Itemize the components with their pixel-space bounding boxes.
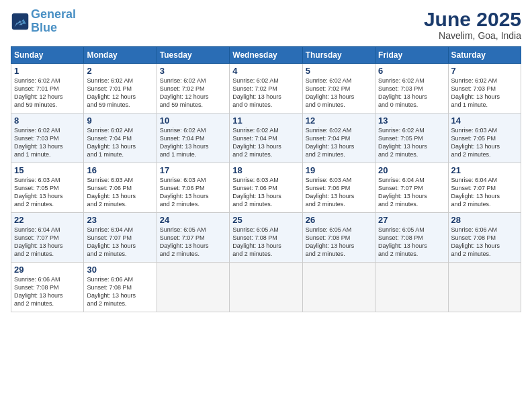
calendar-cell: 26Sunrise: 6:05 AM Sunset: 7:08 PM Dayli… <box>302 213 375 263</box>
calendar-cell: 12Sunrise: 6:02 AM Sunset: 7:04 PM Dayli… <box>302 113 375 163</box>
calendar-cell: 4Sunrise: 6:02 AM Sunset: 7:02 PM Daylig… <box>230 64 302 113</box>
calendar-cell: 21Sunrise: 6:04 AM Sunset: 7:07 PM Dayli… <box>448 163 521 213</box>
calendar-cell: 5Sunrise: 6:02 AM Sunset: 7:02 PM Daylig… <box>302 64 375 113</box>
day-info: Sunrise: 6:05 AM Sunset: 7:08 PM Dayligh… <box>306 226 372 259</box>
day-number: 8 <box>14 116 81 126</box>
day-info: Sunrise: 6:06 AM Sunset: 7:08 PM Dayligh… <box>14 275 81 308</box>
calendar-cell: 20Sunrise: 6:04 AM Sunset: 7:07 PM Dayli… <box>375 163 448 213</box>
day-number: 25 <box>232 215 299 225</box>
day-number: 7 <box>451 66 518 76</box>
weekday-header-thursday: Thursday <box>302 47 375 64</box>
calendar-cell: 11Sunrise: 6:02 AM Sunset: 7:04 PM Dayli… <box>230 113 302 163</box>
day-number: 1 <box>14 66 81 76</box>
day-info: Sunrise: 6:04 AM Sunset: 7:07 PM Dayligh… <box>14 226 81 259</box>
day-info: Sunrise: 6:03 AM Sunset: 7:05 PM Dayligh… <box>451 126 518 159</box>
weekday-header-saturday: Saturday <box>448 47 521 64</box>
calendar-cell: 1Sunrise: 6:02 AM Sunset: 7:01 PM Daylig… <box>11 64 84 113</box>
day-number: 21 <box>451 165 518 175</box>
day-info: Sunrise: 6:02 AM Sunset: 7:02 PM Dayligh… <box>160 77 226 109</box>
calendar-cell: 24Sunrise: 6:05 AM Sunset: 7:07 PM Dayli… <box>157 213 229 263</box>
calendar-cell: 9Sunrise: 6:02 AM Sunset: 7:04 PM Daylig… <box>84 113 157 163</box>
day-number: 17 <box>160 165 226 175</box>
calendar-table: SundayMondayTuesdayWednesdayThursdayFrid… <box>11 46 521 312</box>
day-number: 4 <box>232 66 299 76</box>
logo-text: GeneralBlue <box>31 8 76 35</box>
calendar-cell <box>302 263 375 312</box>
calendar-cell: 6Sunrise: 6:02 AM Sunset: 7:03 PM Daylig… <box>375 64 448 113</box>
location: Navelim, Goa, India <box>424 30 521 41</box>
day-number: 10 <box>160 116 226 126</box>
day-info: Sunrise: 6:06 AM Sunset: 7:08 PM Dayligh… <box>87 275 153 308</box>
day-number: 14 <box>451 116 518 126</box>
calendar-cell: 13Sunrise: 6:02 AM Sunset: 7:05 PM Dayli… <box>375 113 448 163</box>
calendar-cell: 27Sunrise: 6:05 AM Sunset: 7:08 PM Dayli… <box>375 213 448 263</box>
day-info: Sunrise: 6:02 AM Sunset: 7:01 PM Dayligh… <box>14 77 81 109</box>
day-number: 6 <box>378 66 445 76</box>
day-info: Sunrise: 6:02 AM Sunset: 7:03 PM Dayligh… <box>451 77 518 109</box>
logo: GeneralBlue <box>11 8 76 35</box>
day-number: 11 <box>232 116 299 126</box>
day-number: 16 <box>87 165 153 175</box>
weekday-header-wednesday: Wednesday <box>230 47 302 64</box>
day-info: Sunrise: 6:06 AM Sunset: 7:08 PM Dayligh… <box>451 226 518 259</box>
day-info: Sunrise: 6:03 AM Sunset: 7:06 PM Dayligh… <box>306 176 372 209</box>
day-info: Sunrise: 6:05 AM Sunset: 7:08 PM Dayligh… <box>378 226 445 259</box>
day-number: 30 <box>87 265 153 275</box>
calendar-week-row: 8Sunrise: 6:02 AM Sunset: 7:03 PM Daylig… <box>11 113 521 163</box>
calendar-cell: 2Sunrise: 6:02 AM Sunset: 7:01 PM Daylig… <box>84 64 157 113</box>
day-info: Sunrise: 6:02 AM Sunset: 7:01 PM Dayligh… <box>87 77 153 109</box>
day-info: Sunrise: 6:02 AM Sunset: 7:04 PM Dayligh… <box>160 126 226 159</box>
calendar-week-row: 15Sunrise: 6:03 AM Sunset: 7:05 PM Dayli… <box>11 163 521 213</box>
calendar-cell: 15Sunrise: 6:03 AM Sunset: 7:05 PM Dayli… <box>11 163 84 213</box>
calendar-cell <box>230 263 302 312</box>
calendar-cell <box>375 263 448 312</box>
day-info: Sunrise: 6:02 AM Sunset: 7:03 PM Dayligh… <box>14 126 81 159</box>
day-info: Sunrise: 6:04 AM Sunset: 7:07 PM Dayligh… <box>451 176 518 209</box>
title-section: June 2025 Navelim, Goa, India <box>424 8 521 41</box>
day-info: Sunrise: 6:02 AM Sunset: 7:04 PM Dayligh… <box>87 126 153 159</box>
calendar-week-row: 1Sunrise: 6:02 AM Sunset: 7:01 PM Daylig… <box>11 64 521 113</box>
calendar-cell: 28Sunrise: 6:06 AM Sunset: 7:08 PM Dayli… <box>448 213 521 263</box>
day-number: 5 <box>306 66 372 76</box>
day-info: Sunrise: 6:02 AM Sunset: 7:02 PM Dayligh… <box>306 77 372 109</box>
calendar-week-row: 22Sunrise: 6:04 AM Sunset: 7:07 PM Dayli… <box>11 213 521 263</box>
day-info: Sunrise: 6:05 AM Sunset: 7:07 PM Dayligh… <box>160 226 226 259</box>
day-info: Sunrise: 6:03 AM Sunset: 7:06 PM Dayligh… <box>87 176 153 209</box>
day-number: 15 <box>14 165 81 175</box>
weekday-header-row: SundayMondayTuesdayWednesdayThursdayFrid… <box>11 47 521 64</box>
day-info: Sunrise: 6:02 AM Sunset: 7:04 PM Dayligh… <box>306 126 372 159</box>
calendar-week-row: 29Sunrise: 6:06 AM Sunset: 7:08 PM Dayli… <box>11 263 521 312</box>
day-info: Sunrise: 6:02 AM Sunset: 7:02 PM Dayligh… <box>232 77 299 109</box>
calendar-cell: 19Sunrise: 6:03 AM Sunset: 7:06 PM Dayli… <box>302 163 375 213</box>
day-number: 18 <box>232 165 299 175</box>
calendar-cell: 30Sunrise: 6:06 AM Sunset: 7:08 PM Dayli… <box>84 263 157 312</box>
day-number: 20 <box>378 165 445 175</box>
calendar-cell: 16Sunrise: 6:03 AM Sunset: 7:06 PM Dayli… <box>84 163 157 213</box>
weekday-header-monday: Monday <box>84 47 157 64</box>
day-info: Sunrise: 6:04 AM Sunset: 7:07 PM Dayligh… <box>378 176 445 209</box>
day-number: 27 <box>378 215 445 225</box>
weekday-header-sunday: Sunday <box>11 47 84 64</box>
day-number: 23 <box>87 215 153 225</box>
day-info: Sunrise: 6:03 AM Sunset: 7:06 PM Dayligh… <box>160 176 226 209</box>
calendar-cell <box>448 263 521 312</box>
logo-icon <box>11 12 30 31</box>
day-number: 3 <box>160 66 226 76</box>
weekday-header-friday: Friday <box>375 47 448 64</box>
day-info: Sunrise: 6:04 AM Sunset: 7:07 PM Dayligh… <box>87 226 153 259</box>
day-number: 13 <box>378 116 445 126</box>
day-info: Sunrise: 6:02 AM Sunset: 7:03 PM Dayligh… <box>378 77 445 109</box>
day-info: Sunrise: 6:03 AM Sunset: 7:06 PM Dayligh… <box>232 176 299 209</box>
day-number: 29 <box>14 265 81 275</box>
day-number: 28 <box>451 215 518 225</box>
day-info: Sunrise: 6:05 AM Sunset: 7:08 PM Dayligh… <box>232 226 299 259</box>
calendar-cell: 22Sunrise: 6:04 AM Sunset: 7:07 PM Dayli… <box>11 213 84 263</box>
weekday-header-tuesday: Tuesday <box>157 47 229 64</box>
day-number: 26 <box>306 215 372 225</box>
day-info: Sunrise: 6:02 AM Sunset: 7:05 PM Dayligh… <box>378 126 445 159</box>
calendar-cell: 17Sunrise: 6:03 AM Sunset: 7:06 PM Dayli… <box>157 163 229 213</box>
calendar-cell: 23Sunrise: 6:04 AM Sunset: 7:07 PM Dayli… <box>84 213 157 263</box>
calendar-cell <box>157 263 229 312</box>
day-number: 9 <box>87 116 153 126</box>
day-info: Sunrise: 6:02 AM Sunset: 7:04 PM Dayligh… <box>232 126 299 159</box>
